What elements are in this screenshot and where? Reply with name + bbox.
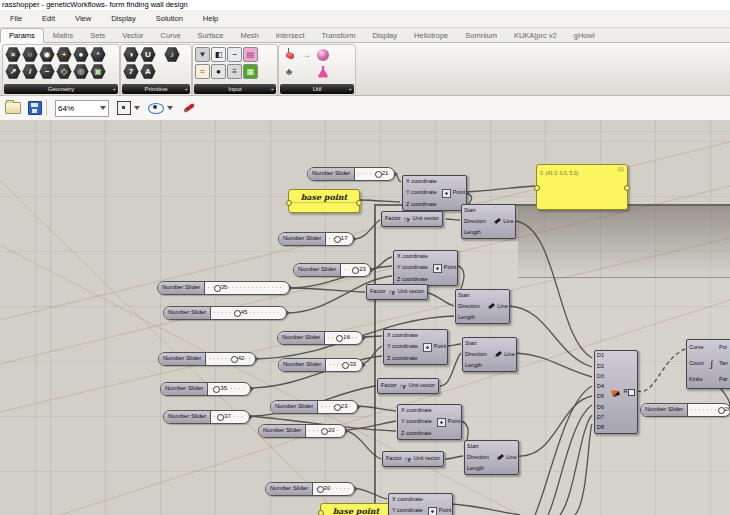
slider-track[interactable]: 42 — [206, 353, 255, 365]
text-param-icon[interactable]: A — [140, 64, 156, 80]
plane-param-icon[interactable]: ~ — [39, 64, 55, 80]
number-slider[interactable]: Number Slider16 — [277, 331, 363, 345]
input-label[interactable]: X coordinate — [392, 497, 427, 503]
save-file-icon[interactable] — [28, 101, 42, 115]
slider-knob[interactable] — [342, 362, 349, 369]
input-label[interactable]: Length — [458, 315, 486, 321]
input-label[interactable]: D6 — [597, 405, 608, 411]
slider-track[interactable]: 35 — [208, 383, 250, 395]
input-label[interactable]: X coordinate — [401, 408, 436, 414]
tab-display[interactable]: Display — [364, 29, 405, 42]
tab-ghowl[interactable]: gHowl — [566, 29, 603, 42]
group-label-util[interactable]: Util+ — [280, 84, 354, 94]
input-label[interactable]: Y coordinate — [387, 344, 422, 350]
tab-sets[interactable]: Sets — [82, 29, 113, 42]
zoom-extents-icon[interactable] — [117, 101, 131, 115]
input-label[interactable]: Start — [465, 341, 493, 347]
slider-knob[interactable] — [334, 236, 341, 243]
tab-maths[interactable]: Maths — [45, 29, 81, 42]
construct-point-component[interactable]: X coordinateY coordinateZ coordinatePoin… — [397, 404, 462, 440]
component-output[interactable]: Line — [493, 338, 516, 371]
input-label[interactable]: Curve — [689, 345, 706, 351]
number-slider[interactable]: Number Slider35 — [157, 281, 290, 295]
input-label[interactable]: Y coordinate — [397, 265, 432, 271]
value-list-icon[interactable]: ≡ — [227, 64, 242, 79]
slider-knob[interactable] — [352, 267, 359, 274]
input-label[interactable]: Direction — [464, 219, 492, 225]
curve-param-icon[interactable]: ◉ — [39, 47, 55, 63]
input-label[interactable]: Length — [467, 466, 495, 472]
unit-vector-component[interactable]: Factor↑yUnit vector — [377, 378, 439, 394]
input-label[interactable]: Length — [465, 363, 493, 369]
slider-knob[interactable] — [375, 171, 382, 178]
input-label[interactable]: Factor — [385, 216, 401, 222]
input-label[interactable]: D2 — [597, 364, 608, 370]
input-label[interactable]: Z coordinate — [406, 202, 441, 208]
knob-icon[interactable]: ● — [211, 64, 226, 79]
slider-track[interactable]: 23 — [341, 264, 370, 276]
input-label[interactable]: Start — [458, 293, 486, 299]
tab-mesh[interactable]: Mesh — [232, 29, 266, 42]
input-label[interactable]: D5 — [597, 394, 608, 400]
input-label[interactable]: Start — [467, 444, 495, 450]
menu-view[interactable]: View — [65, 14, 101, 23]
number-slider[interactable]: Number Slider23 — [293, 263, 371, 277]
group-label-primitive[interactable]: Primitive+ — [122, 84, 190, 94]
input-label[interactable]: Factor — [381, 383, 397, 389]
slider-knob[interactable] — [718, 407, 725, 414]
construct-point-component[interactable]: X coordinateY coordinateZ coordinatePoin… — [393, 250, 458, 286]
slider-knob[interactable] — [214, 285, 221, 292]
component-output[interactable]: Point — [436, 405, 461, 439]
divide-curve-component[interactable]: CurveCountKinks∫PoiTanPar — [686, 339, 730, 389]
point-param-icon[interactable]: ◎ — [73, 64, 89, 80]
slider-knob[interactable] — [334, 404, 341, 411]
expand-icon[interactable]: + — [184, 84, 188, 94]
box-param-icon[interactable]: ◇ — [56, 64, 72, 80]
canvas[interactable]: Number Slider21Number Slider17Number Sli… — [0, 120, 730, 515]
number-slider[interactable]: Number Slider21 — [307, 167, 395, 181]
vector-param-icon[interactable]: ↗ — [5, 64, 21, 80]
construct-point-component[interactable]: X coordinateY coordinateZ coordinatePoin… — [388, 493, 453, 515]
slider-knob[interactable] — [234, 310, 241, 317]
slider-track[interactable]: 23 — [318, 401, 357, 413]
colour-param-icon[interactable]: ◑ — [123, 47, 139, 63]
line-sdl-component[interactable]: StartDirectionLengthLine — [462, 337, 517, 372]
slider-knob[interactable] — [336, 335, 343, 342]
input-label[interactable]: Direction — [465, 352, 493, 358]
line-param-icon[interactable]: / — [22, 64, 38, 80]
tab-kukaprc[interactable]: KUKA|prc v2 — [506, 29, 565, 42]
number-slider[interactable]: Number Slider37 — [163, 410, 250, 424]
slider-track[interactable]: 37 — [211, 411, 249, 423]
input-label[interactable]: Z coordinate — [397, 277, 432, 283]
number-slider[interactable]: Number Slider26 — [640, 403, 730, 417]
slider-knob[interactable] — [213, 386, 220, 393]
preview-eye-icon[interactable] — [148, 103, 164, 114]
slider-knob[interactable] — [317, 486, 324, 493]
named-panel[interactable]: base point — [288, 189, 360, 213]
twisted-box-param-icon[interactable]: ▣ — [90, 64, 106, 80]
slider-knob[interactable] — [217, 414, 224, 421]
number-slider[interactable]: Number Slider33 — [278, 358, 363, 372]
unit-vector-component[interactable]: Factor↑yUnit vector — [366, 284, 428, 300]
input-label[interactable]: D1 — [597, 353, 608, 359]
expand-icon[interactable]: + — [112, 84, 116, 94]
tab-intersect[interactable]: Intersect — [268, 29, 313, 42]
guid-param-icon[interactable]: U — [140, 47, 156, 63]
component-output[interactable]: Line — [486, 290, 509, 323]
input-label[interactable]: Z coordinate — [387, 356, 422, 362]
line-sdl-component[interactable]: StartDirectionLengthLine — [455, 289, 510, 324]
component-output[interactable]: Line — [492, 205, 515, 238]
component-output[interactable]: Point — [432, 251, 457, 285]
integer-param-icon[interactable]: 7 — [123, 64, 139, 80]
slider-knob[interactable] — [231, 356, 238, 363]
input-label[interactable]: Z coordinate — [401, 431, 436, 437]
slider-track[interactable]: 26 — [688, 404, 730, 416]
data-tree-icon[interactable]: ♣ — [281, 64, 297, 80]
gradient-icon[interactable]: ▦ — [243, 64, 258, 79]
merge-component[interactable]: D1D2D3D4D5D6D7D8R — [594, 350, 638, 434]
input-label[interactable]: Y coordinate — [406, 190, 441, 196]
slider-track[interactable]: 45 — [211, 307, 286, 319]
named-panel[interactable]: base point — [320, 503, 392, 515]
number-slider[interactable]: Number Slider35 — [160, 382, 251, 396]
unit-vector-component[interactable]: Factor↑yUnit vector — [382, 451, 444, 467]
